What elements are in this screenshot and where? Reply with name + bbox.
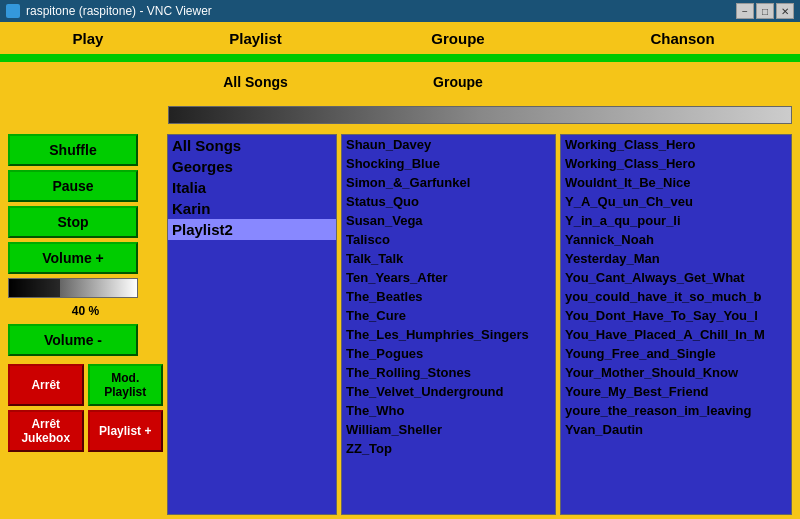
groupe-list[interactable]: Shaun_DaveyShocking_BlueSimon_&_Garfunke…	[341, 134, 556, 515]
list-item[interactable]: youre_the_reason_im_leaving	[561, 401, 791, 420]
list-item[interactable]: Y_in_a_qu_pour_li	[561, 211, 791, 230]
info-row: All Songs Groupe	[0, 64, 800, 100]
mod-playlist-button[interactable]: Mod. Playlist	[88, 364, 164, 406]
bottom-row-1: Arrêt Mod. Playlist	[8, 364, 163, 406]
list-item[interactable]: Y_A_Qu_un_Ch_veu	[561, 192, 791, 211]
list-item[interactable]: The_Who	[342, 401, 555, 420]
list-item[interactable]: Talisco	[342, 230, 555, 249]
green-bar	[0, 54, 800, 62]
stop-button[interactable]: Stop	[8, 206, 138, 238]
main-content: Play Playlist Groupe Chanson All Songs G…	[0, 22, 800, 519]
list-item[interactable]: Working_Class_Hero	[561, 154, 791, 173]
playlist-list[interactable]: All SongsGeorgesItaliaKarinPlaylist2	[167, 134, 337, 515]
close-button[interactable]: ✕	[776, 3, 794, 19]
arret-jukebox-button[interactable]: Arrêt Jukebox	[8, 410, 84, 452]
title-bar-controls: − □ ✕	[736, 3, 794, 19]
volume-slider[interactable]	[8, 278, 138, 298]
volume-up-button[interactable]: Volume +	[8, 242, 138, 274]
list-item[interactable]: Yesterday_Man	[561, 249, 791, 268]
bottom-row-2: Arrêt Jukebox Playlist +	[8, 410, 163, 452]
volume-slider-container	[8, 278, 138, 298]
list-item[interactable]: Ten_Years_After	[342, 268, 555, 287]
info-all-songs: All Songs	[168, 74, 343, 90]
chanson-list[interactable]: Working_Class_HeroWorking_Class_HeroWoul…	[560, 134, 792, 515]
header-row: Play Playlist Groupe Chanson	[0, 22, 800, 54]
header-playlist: Playlist	[168, 30, 343, 47]
list-item[interactable]: Shaun_Davey	[342, 135, 555, 154]
arret-button[interactable]: Arrêt	[8, 364, 84, 406]
list-item[interactable]: Working_Class_Hero	[561, 135, 791, 154]
list-item[interactable]: Youre_My_Best_Friend	[561, 382, 791, 401]
list-item[interactable]: The_Beatles	[342, 287, 555, 306]
shuffle-button[interactable]: Shuffle	[8, 134, 138, 166]
progress-row	[0, 100, 800, 130]
header-chanson: Chanson	[573, 30, 792, 47]
list-item[interactable]: The_Pogues	[342, 344, 555, 363]
list-item[interactable]: Italia	[168, 177, 336, 198]
list-item[interactable]: You_Dont_Have_To_Say_You_l	[561, 306, 791, 325]
header-groupe: Groupe	[343, 30, 573, 47]
list-item[interactable]: The_Rolling_Stones	[342, 363, 555, 382]
list-item[interactable]: You_Have_Placed_A_Chill_In_M	[561, 325, 791, 344]
list-item[interactable]: You_Cant_Always_Get_What	[561, 268, 791, 287]
list-item[interactable]: Karin	[168, 198, 336, 219]
list-item[interactable]: you_could_have_it_so_much_b	[561, 287, 791, 306]
progress-bar[interactable]	[168, 106, 792, 124]
list-item[interactable]: The_Les_Humphries_Singers	[342, 325, 555, 344]
list-item[interactable]: The_Cure	[342, 306, 555, 325]
list-item[interactable]: ZZ_Top	[342, 439, 555, 458]
list-item[interactable]: Status_Quo	[342, 192, 555, 211]
list-item[interactable]: Playlist2	[168, 219, 336, 240]
list-item[interactable]: All Songs	[168, 135, 336, 156]
list-item[interactable]: Young_Free_and_Single	[561, 344, 791, 363]
title-bar-title: raspitone (raspitone) - VNC Viewer	[26, 4, 212, 18]
header-play: Play	[8, 30, 168, 47]
volume-down-button[interactable]: Volume -	[8, 324, 138, 356]
left-controls: Shuffle Pause Stop Volume + 40 % Volume …	[8, 134, 163, 515]
list-item[interactable]: Shocking_Blue	[342, 154, 555, 173]
title-bar: raspitone (raspitone) - VNC Viewer − □ ✕	[0, 0, 800, 22]
list-item[interactable]: Your_Mother_Should_Know	[561, 363, 791, 382]
body-area: Shuffle Pause Stop Volume + 40 % Volume …	[0, 130, 800, 519]
list-item[interactable]: William_Sheller	[342, 420, 555, 439]
list-item[interactable]: Georges	[168, 156, 336, 177]
list-item[interactable]: Yannick_Noah	[561, 230, 791, 249]
app-icon	[6, 4, 20, 18]
list-item[interactable]: Simon_&_Garfunkel	[342, 173, 555, 192]
playlist-plus-button[interactable]: Playlist +	[88, 410, 164, 452]
list-item[interactable]: Susan_Vega	[342, 211, 555, 230]
maximize-button[interactable]: □	[756, 3, 774, 19]
volume-label: 40 %	[8, 302, 163, 320]
pause-button[interactable]: Pause	[8, 170, 138, 202]
bottom-buttons: Arrêt Mod. Playlist Arrêt Jukebox Playli…	[8, 364, 163, 452]
lists-area: All SongsGeorgesItaliaKarinPlaylist2 Sha…	[167, 134, 792, 515]
minimize-button[interactable]: −	[736, 3, 754, 19]
list-item[interactable]: Talk_Talk	[342, 249, 555, 268]
info-groupe: Groupe	[343, 74, 573, 90]
list-item[interactable]: Wouldnt_It_Be_Nice	[561, 173, 791, 192]
title-bar-left: raspitone (raspitone) - VNC Viewer	[6, 4, 212, 18]
list-item[interactable]: The_Velvet_Underground	[342, 382, 555, 401]
list-item[interactable]: Yvan_Dautin	[561, 420, 791, 439]
